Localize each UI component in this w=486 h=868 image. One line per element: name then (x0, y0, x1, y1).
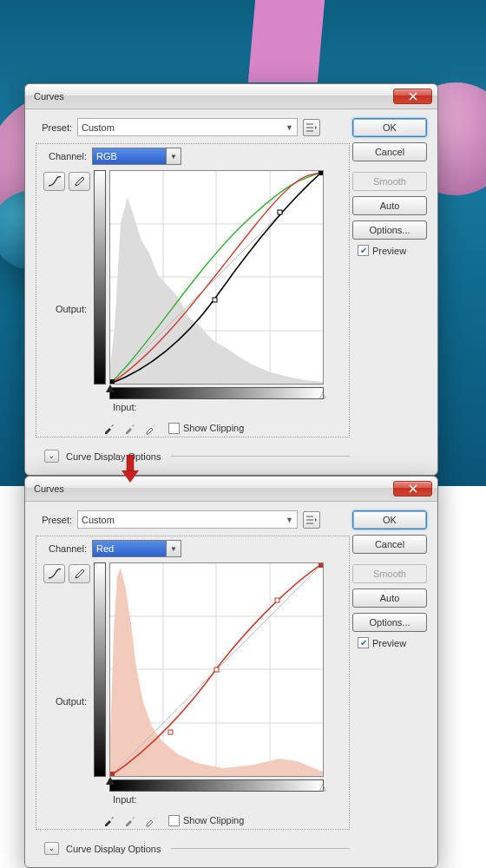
channel-value: RGB (96, 151, 117, 161)
gray-eyedropper[interactable] (123, 421, 137, 435)
titlebar[interactable]: Curves (25, 84, 437, 109)
preset-menu-button[interactable] (303, 119, 320, 136)
ok-button[interactable]: OK (352, 510, 427, 529)
dialog-title: Curves (34, 483, 393, 494)
options-button[interactable]: Options... (352, 613, 427, 632)
input-gradient[interactable]: △ (109, 779, 324, 792)
channel-label: Channel: (42, 151, 87, 161)
close-button[interactable] (393, 89, 432, 104)
preview-label: Preview (372, 638, 406, 648)
black-point-slider[interactable] (106, 777, 115, 786)
chevron-down-icon: ⌄ (49, 452, 55, 460)
preview-label: Preview (372, 246, 406, 256)
eyedropper-icon (144, 421, 158, 435)
preset-value: Custom (82, 515, 115, 525)
output-label: Output: (42, 304, 87, 314)
ok-button[interactable]: OK (352, 118, 427, 137)
arrow-down-icon (120, 455, 141, 486)
options-button[interactable]: Options... (352, 220, 427, 240)
curve-tool-button[interactable] (43, 172, 65, 191)
options-label: Options... (369, 617, 410, 628)
channel-dropdown[interactable]: RGB ▼ (92, 148, 181, 165)
curve-display-options-label: Curve Display Options (66, 451, 161, 462)
pencil-icon (74, 175, 86, 187)
svg-rect-24 (319, 563, 323, 568)
auto-button[interactable]: Auto (352, 196, 427, 215)
preview-checkbox[interactable]: ✔ (358, 637, 369, 648)
curve-icon (48, 175, 62, 187)
eyedropper-icon (102, 421, 116, 435)
close-icon (409, 92, 417, 101)
divider (171, 848, 350, 849)
curve-tool-button[interactable] (43, 564, 65, 583)
expand-options-button[interactable]: ⌄ (44, 450, 59, 463)
svg-rect-11 (127, 455, 134, 470)
pencil-tool-button[interactable] (69, 172, 90, 191)
curve-display-options-label: Curve Display Options (66, 844, 161, 854)
close-button[interactable] (393, 481, 432, 496)
cancel-button[interactable]: Cancel (352, 535, 427, 554)
ok-label: OK (383, 515, 397, 525)
svg-rect-7 (213, 298, 217, 302)
titlebar[interactable]: Curves (25, 477, 437, 502)
show-clipping-label: Show Clipping (183, 815, 244, 825)
preset-dropdown[interactable]: Custom ▼ (77, 118, 298, 136)
divider (171, 456, 350, 457)
black-point-slider[interactable] (106, 385, 115, 393)
svg-rect-10 (319, 171, 323, 175)
cancel-label: Cancel (375, 539, 404, 549)
output-label: Output: (42, 696, 87, 707)
curves-chart-red[interactable] (109, 562, 324, 777)
menu-icon (306, 516, 317, 524)
expand-options-button[interactable]: ⌄ (44, 842, 59, 855)
channel-label: Channel: (42, 543, 87, 554)
auto-label: Auto (380, 201, 400, 211)
svg-rect-21 (214, 667, 219, 672)
show-clipping-checkbox[interactable] (168, 815, 180, 826)
black-eyedropper[interactable] (102, 813, 116, 827)
cancel-label: Cancel (375, 147, 404, 157)
black-eyedropper[interactable] (102, 421, 116, 435)
chevron-down-icon: ▼ (286, 516, 293, 524)
input-label: Input: (113, 794, 324, 805)
svg-rect-22 (275, 598, 279, 602)
preset-label: Preset: (36, 122, 72, 133)
preset-dropdown[interactable]: Custom ▼ (77, 510, 298, 529)
eyedropper-icon (123, 421, 137, 435)
svg-rect-20 (168, 730, 173, 734)
input-label: Input: (113, 402, 324, 412)
channel-dropdown[interactable]: Red ▼ (92, 540, 181, 557)
channel-value: Red (96, 543, 114, 554)
auto-label: Auto (380, 593, 400, 603)
ok-label: OK (383, 122, 397, 133)
curve-icon (48, 568, 62, 580)
preset-menu-button[interactable] (303, 511, 320, 529)
svg-rect-23 (110, 772, 115, 776)
eyedropper-icon (144, 813, 158, 827)
curves-chart-rgb[interactable] (109, 170, 324, 385)
dialog-title: Curves (34, 91, 393, 102)
smooth-label: Smooth (373, 569, 406, 579)
output-gradient (94, 170, 106, 385)
svg-rect-8 (278, 210, 282, 214)
auto-button[interactable]: Auto (352, 589, 427, 608)
pencil-tool-button[interactable] (69, 564, 90, 583)
chevron-down-icon: ▼ (286, 123, 293, 132)
chevron-down-icon: ▼ (166, 541, 181, 556)
curves-dialog-rgb: Curves Preset: Custom ▼ Channel: R (24, 83, 438, 476)
white-point-slider[interactable]: △ (319, 390, 326, 399)
white-eyedropper[interactable] (144, 813, 158, 827)
smooth-button: Smooth (352, 172, 427, 191)
preset-label: Preset: (36, 515, 72, 525)
output-gradient (94, 562, 106, 777)
smooth-label: Smooth (373, 176, 406, 187)
input-gradient[interactable]: △ (109, 387, 324, 399)
gray-eyedropper[interactable] (123, 813, 137, 827)
show-clipping-checkbox[interactable] (168, 423, 180, 434)
preview-checkbox[interactable]: ✔ (358, 245, 369, 256)
chevron-down-icon: ▼ (166, 148, 181, 164)
menu-icon (306, 123, 317, 132)
white-eyedropper[interactable] (144, 421, 158, 435)
white-point-slider[interactable]: △ (319, 782, 326, 792)
cancel-button[interactable]: Cancel (352, 142, 427, 161)
